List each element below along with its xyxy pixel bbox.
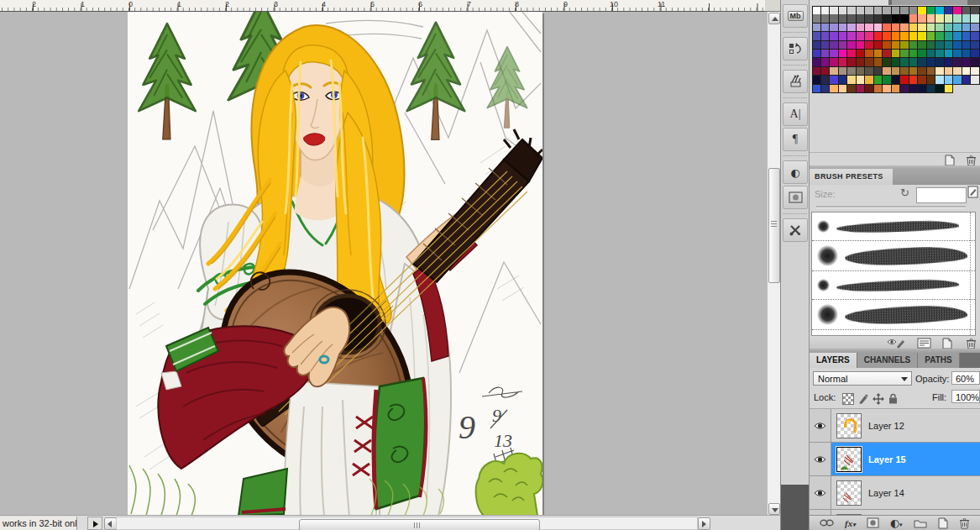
lock-all-icon[interactable] [887, 392, 899, 405]
brush-panel-icon[interactable] [967, 186, 978, 198]
swatch[interactable] [883, 67, 892, 76]
swatch[interactable] [945, 14, 954, 23]
vertical-scrollbar[interactable] [767, 12, 780, 515]
swatch[interactable] [918, 67, 927, 76]
swatch[interactable] [971, 76, 980, 84]
swatch[interactable] [865, 76, 874, 84]
swatch[interactable] [953, 58, 962, 66]
swatch[interactable] [883, 85, 892, 93]
swatch[interactable] [830, 58, 839, 66]
swatch[interactable] [900, 85, 909, 93]
swatch[interactable] [812, 24, 821, 32]
tab-paths[interactable]: PATHS [918, 353, 959, 368]
swatch[interactable] [839, 67, 848, 76]
swatch[interactable] [953, 76, 962, 84]
horizontal-scroll-thumb[interactable] [299, 519, 540, 530]
swatch[interactable] [900, 50, 909, 58]
trash-icon[interactable] [959, 517, 970, 529]
swatch[interactable] [812, 58, 821, 66]
swatch[interactable] [953, 67, 962, 76]
swatch[interactable] [935, 85, 945, 93]
swatch[interactable] [821, 67, 831, 76]
scroll-down-button[interactable] [768, 503, 780, 515]
swatch[interactable] [874, 24, 883, 32]
swatch[interactable] [847, 24, 857, 32]
swatch[interactable] [892, 24, 901, 32]
link-icon[interactable] [820, 519, 834, 527]
swatch[interactable] [971, 41, 980, 50]
swatch[interactable] [830, 24, 839, 32]
swatch[interactable] [847, 41, 857, 50]
swatch[interactable] [945, 58, 954, 66]
swatch[interactable] [883, 41, 892, 50]
swatch[interactable] [918, 41, 927, 50]
swatch[interactable] [945, 76, 954, 84]
tab-channels[interactable]: CHANNELS [857, 353, 919, 368]
horizontal-scroll-track[interactable] [116, 517, 698, 530]
swatch[interactable] [830, 32, 839, 40]
swatch[interactable] [892, 67, 901, 76]
swatch[interactable] [847, 58, 857, 66]
brush-preset-row[interactable] [812, 213, 975, 241]
swatch[interactable] [857, 24, 866, 32]
status-popup-button[interactable] [87, 517, 102, 530]
brush-preset-row[interactable] [812, 330, 975, 336]
swatch[interactable] [821, 58, 831, 66]
new-swatch-icon[interactable] [945, 155, 955, 166]
layer-thumbnail[interactable] [836, 447, 862, 472]
swatch[interactable] [927, 67, 936, 76]
swatch[interactable] [918, 85, 927, 93]
swatch[interactable] [918, 24, 927, 32]
swatch[interactable] [821, 24, 831, 32]
vertical-scroll-thumb[interactable] [768, 168, 780, 283]
swatch[interactable] [892, 85, 901, 93]
styles-tab[interactable] [892, 0, 967, 5]
swatch[interactable] [892, 32, 901, 40]
swatch[interactable] [865, 41, 874, 50]
swatch[interactable] [839, 14, 848, 23]
swatch[interactable] [821, 32, 831, 40]
swatch[interactable] [857, 58, 866, 66]
swatch[interactable] [874, 32, 883, 40]
swatch[interactable] [909, 41, 919, 50]
swatch[interactable] [935, 32, 945, 40]
swatch[interactable] [953, 41, 962, 50]
swatch[interactable] [830, 14, 839, 23]
swatch[interactable] [847, 76, 857, 84]
swatch[interactable] [935, 14, 945, 23]
swatch[interactable] [847, 50, 857, 58]
swatch[interactable] [900, 14, 909, 23]
tools-panel-button[interactable] [783, 218, 808, 242]
swatch[interactable] [927, 85, 936, 93]
swatch[interactable] [883, 32, 892, 40]
swatch[interactable] [892, 41, 901, 50]
layer-thumbnail[interactable] [836, 413, 862, 438]
swatch[interactable] [839, 85, 848, 93]
swatch[interactable] [857, 50, 866, 58]
swatch[interactable] [909, 24, 919, 32]
swatch[interactable] [874, 76, 883, 84]
swatch[interactable] [874, 58, 883, 66]
swatch[interactable] [918, 58, 927, 66]
layer-visibility-toggle[interactable] [810, 409, 831, 442]
swatch[interactable] [830, 85, 839, 93]
swatch[interactable] [935, 76, 945, 84]
add-mask-icon[interactable] [867, 517, 879, 528]
swatch[interactable] [909, 14, 919, 23]
brush-presets-tab[interactable]: BRUSH PRESETS [810, 169, 893, 185]
swatch[interactable] [909, 85, 919, 93]
preset-grid-icon[interactable] [917, 338, 931, 349]
preview-stroke-icon[interactable] [887, 338, 905, 349]
swatch[interactable] [883, 50, 892, 58]
character-panel-button[interactable]: A| [783, 102, 808, 126]
swatch[interactable] [847, 14, 857, 23]
swatch[interactable] [935, 58, 945, 66]
swatch[interactable] [927, 24, 936, 32]
delete-swatch-icon[interactable] [966, 155, 977, 166]
swatch[interactable] [839, 32, 848, 40]
swatch[interactable] [927, 76, 936, 84]
swatch[interactable] [900, 58, 909, 66]
swatch[interactable] [812, 67, 821, 76]
swatch[interactable] [883, 24, 892, 32]
swatch[interactable] [927, 58, 936, 66]
